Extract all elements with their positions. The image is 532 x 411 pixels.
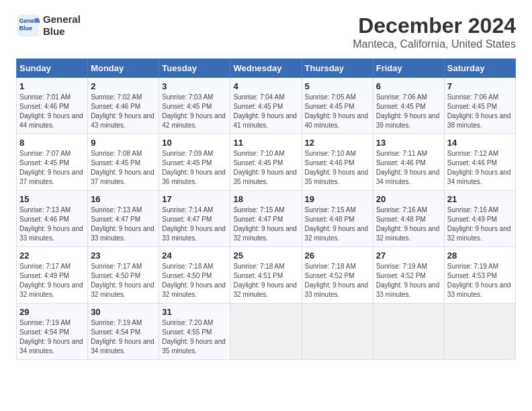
day-number: 31: [162, 307, 227, 317]
day-number: 5: [305, 81, 370, 91]
calendar-header-saturday: Saturday: [444, 59, 515, 78]
day-info: Sunrise: 7:19 AMSunset: 4:53 PMDaylight:…: [447, 262, 513, 300]
calendar-cell: [230, 304, 302, 360]
day-info: Sunrise: 7:03 AMSunset: 4:45 PMDaylight:…: [162, 93, 227, 130]
calendar-cell: 22Sunrise: 7:17 AMSunset: 4:49 PMDayligh…: [17, 247, 88, 304]
day-info: Sunrise: 7:13 AMSunset: 4:47 PMDaylight:…: [91, 205, 156, 243]
day-info: Sunrise: 7:08 AMSunset: 4:45 PMDaylight:…: [91, 149, 156, 187]
day-info: Sunrise: 7:05 AMSunset: 4:45 PMDaylight:…: [305, 93, 370, 130]
calendar-cell: 10Sunrise: 7:09 AMSunset: 4:45 PMDayligh…: [159, 134, 230, 191]
day-info: Sunrise: 7:09 AMSunset: 4:45 PMDaylight:…: [162, 149, 227, 187]
day-number: 9: [91, 138, 156, 148]
day-info: Sunrise: 7:16 AMSunset: 4:48 PMDaylight:…: [376, 205, 441, 243]
day-info: Sunrise: 7:04 AMSunset: 4:45 PMDaylight:…: [233, 93, 298, 130]
calendar-cell: 2Sunrise: 7:02 AMSunset: 4:46 PMDaylight…: [88, 78, 159, 134]
day-number: 24: [162, 250, 227, 261]
day-number: 21: [447, 194, 513, 204]
calendar-cell: [444, 304, 515, 360]
page-title: December 2024: [353, 13, 516, 38]
day-info: Sunrise: 7:10 AMSunset: 4:45 PMDaylight:…: [233, 149, 298, 187]
day-number: 3: [162, 81, 227, 91]
day-number: 27: [376, 250, 441, 261]
day-info: Sunrise: 7:20 AMSunset: 4:55 PMDaylight:…: [162, 318, 227, 356]
day-info: Sunrise: 7:15 AMSunset: 4:48 PMDaylight:…: [305, 205, 370, 243]
logo: General Blue General Blue: [16, 13, 81, 38]
day-info: Sunrise: 7:12 AMSunset: 4:46 PMDaylight:…: [447, 149, 513, 187]
calendar-header-friday: Friday: [373, 59, 444, 78]
day-info: Sunrise: 7:19 AMSunset: 4:52 PMDaylight:…: [376, 262, 441, 300]
calendar-cell: 13Sunrise: 7:11 AMSunset: 4:46 PMDayligh…: [373, 134, 444, 191]
day-info: Sunrise: 7:15 AMSunset: 4:47 PMDaylight:…: [233, 205, 298, 243]
calendar-cell: 24Sunrise: 7:18 AMSunset: 4:50 PMDayligh…: [159, 247, 230, 304]
calendar-cell: 14Sunrise: 7:12 AMSunset: 4:46 PMDayligh…: [444, 134, 515, 191]
day-info: Sunrise: 7:17 AMSunset: 4:49 PMDaylight:…: [19, 262, 85, 300]
day-number: 30: [91, 307, 156, 317]
day-number: 11: [233, 138, 298, 148]
calendar-cell: 23Sunrise: 7:17 AMSunset: 4:50 PMDayligh…: [88, 247, 159, 304]
calendar-header-monday: Monday: [88, 59, 159, 78]
day-number: 4: [233, 81, 298, 91]
calendar-cell: 31Sunrise: 7:20 AMSunset: 4:55 PMDayligh…: [159, 304, 230, 360]
day-number: 12: [305, 138, 370, 148]
day-number: 20: [376, 194, 441, 204]
day-info: Sunrise: 7:06 AMSunset: 4:45 PMDaylight:…: [447, 93, 513, 130]
calendar-header-row: SundayMondayTuesdayWednesdayThursdayFrid…: [17, 59, 516, 78]
page-header: General Blue General Blue December 2024 …: [16, 13, 516, 50]
day-number: 29: [19, 307, 85, 317]
day-number: 23: [91, 250, 156, 261]
calendar-cell: 25Sunrise: 7:18 AMSunset: 4:51 PMDayligh…: [230, 247, 302, 304]
day-number: 19: [305, 194, 370, 204]
logo-text: General Blue: [43, 13, 81, 38]
calendar-cell: [302, 304, 373, 360]
calendar-cell: 29Sunrise: 7:19 AMSunset: 4:54 PMDayligh…: [17, 304, 88, 360]
day-number: 2: [91, 81, 156, 91]
day-number: 22: [19, 250, 85, 261]
calendar-header-thursday: Thursday: [302, 59, 373, 78]
calendar-cell: 26Sunrise: 7:18 AMSunset: 4:52 PMDayligh…: [302, 247, 373, 304]
calendar-cell: 6Sunrise: 7:06 AMSunset: 4:45 PMDaylight…: [373, 78, 444, 134]
day-info: Sunrise: 7:10 AMSunset: 4:46 PMDaylight:…: [305, 149, 370, 187]
day-info: Sunrise: 7:18 AMSunset: 4:51 PMDaylight:…: [233, 262, 298, 300]
calendar-cell: 21Sunrise: 7:16 AMSunset: 4:49 PMDayligh…: [444, 191, 515, 247]
day-number: 1: [19, 81, 85, 91]
day-number: 14: [447, 138, 513, 148]
calendar-cell: 18Sunrise: 7:15 AMSunset: 4:47 PMDayligh…: [230, 191, 302, 247]
calendar-week-1: 1Sunrise: 7:01 AMSunset: 4:46 PMDaylight…: [17, 78, 516, 134]
calendar-body: 1Sunrise: 7:01 AMSunset: 4:46 PMDaylight…: [17, 78, 516, 360]
day-info: Sunrise: 7:13 AMSunset: 4:46 PMDaylight:…: [19, 205, 85, 243]
calendar-cell: 3Sunrise: 7:03 AMSunset: 4:45 PMDaylight…: [159, 78, 230, 134]
calendar-cell: 1Sunrise: 7:01 AMSunset: 4:46 PMDaylight…: [17, 78, 88, 134]
calendar-header-wednesday: Wednesday: [230, 59, 302, 78]
calendar-cell: 7Sunrise: 7:06 AMSunset: 4:45 PMDaylight…: [444, 78, 515, 134]
day-info: Sunrise: 7:18 AMSunset: 4:50 PMDaylight:…: [162, 262, 227, 300]
day-number: 28: [447, 250, 513, 261]
svg-text:Blue: Blue: [19, 25, 33, 32]
day-number: 7: [447, 81, 513, 91]
day-number: 15: [19, 194, 85, 204]
calendar-week-5: 29Sunrise: 7:19 AMSunset: 4:54 PMDayligh…: [17, 304, 516, 360]
day-number: 26: [305, 250, 370, 261]
calendar-cell: 12Sunrise: 7:10 AMSunset: 4:46 PMDayligh…: [302, 134, 373, 191]
day-info: Sunrise: 7:19 AMSunset: 4:54 PMDaylight:…: [19, 318, 85, 356]
calendar-cell: 30Sunrise: 7:19 AMSunset: 4:54 PMDayligh…: [88, 304, 159, 360]
day-number: 13: [376, 138, 441, 148]
calendar-header-tuesday: Tuesday: [159, 59, 230, 78]
day-number: 16: [91, 194, 156, 204]
day-info: Sunrise: 7:07 AMSunset: 4:45 PMDaylight:…: [19, 149, 85, 187]
calendar-table: SundayMondayTuesdayWednesdayThursdayFrid…: [16, 58, 516, 360]
calendar-cell: 11Sunrise: 7:10 AMSunset: 4:45 PMDayligh…: [230, 134, 302, 191]
calendar-week-4: 22Sunrise: 7:17 AMSunset: 4:49 PMDayligh…: [17, 247, 516, 304]
calendar-cell: 19Sunrise: 7:15 AMSunset: 4:48 PMDayligh…: [302, 191, 373, 247]
day-info: Sunrise: 7:14 AMSunset: 4:47 PMDaylight:…: [162, 205, 227, 243]
day-number: 10: [162, 138, 227, 148]
day-info: Sunrise: 7:01 AMSunset: 4:46 PMDaylight:…: [19, 93, 85, 130]
calendar-cell: 20Sunrise: 7:16 AMSunset: 4:48 PMDayligh…: [373, 191, 444, 247]
calendar-cell: 4Sunrise: 7:04 AMSunset: 4:45 PMDaylight…: [230, 78, 302, 134]
calendar-cell: 27Sunrise: 7:19 AMSunset: 4:52 PMDayligh…: [373, 247, 444, 304]
day-info: Sunrise: 7:17 AMSunset: 4:50 PMDaylight:…: [91, 262, 156, 300]
logo-icon: General Blue: [16, 13, 40, 38]
day-info: Sunrise: 7:16 AMSunset: 4:49 PMDaylight:…: [447, 205, 513, 243]
day-number: 18: [233, 194, 298, 204]
day-number: 25: [233, 250, 298, 261]
day-info: Sunrise: 7:19 AMSunset: 4:54 PMDaylight:…: [91, 318, 156, 356]
